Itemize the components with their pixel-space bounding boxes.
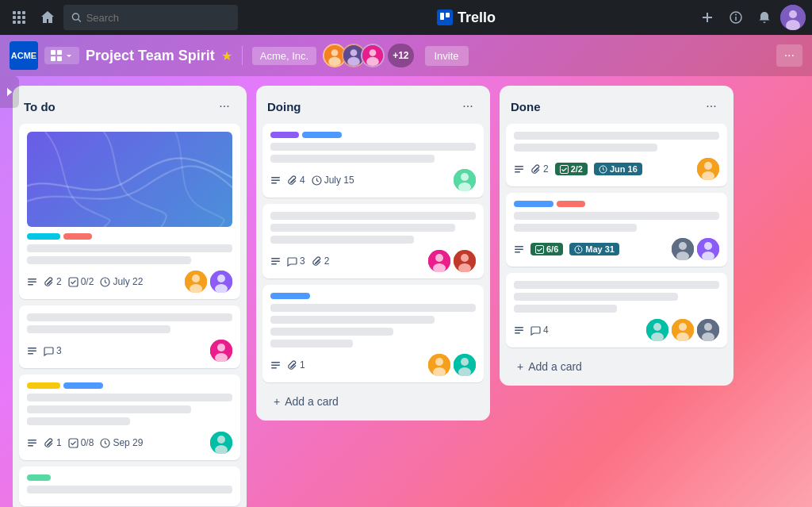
home-button[interactable] <box>35 5 60 30</box>
card-labels <box>514 201 719 207</box>
card-avatar <box>646 319 668 341</box>
svg-rect-68 <box>271 263 277 265</box>
svg-point-107 <box>653 323 661 331</box>
due-date-badge: May 31 <box>569 243 619 255</box>
doing-card-3[interactable]: 1 <box>262 285 484 382</box>
card-avatar <box>697 319 719 341</box>
comment-count: 3 <box>287 255 305 267</box>
info-button[interactable] <box>723 5 749 30</box>
description-icon <box>514 164 524 175</box>
divider <box>242 46 243 65</box>
label-blue <box>63 382 103 389</box>
todo-card-1[interactable]: 2 0/2 July 22 <box>19 124 240 299</box>
done-card-2[interactable]: 6/6 May 31 <box>506 193 727 267</box>
svg-rect-8 <box>22 21 25 24</box>
card-title <box>270 212 476 244</box>
sidebar-toggle[interactable] <box>0 76 19 108</box>
board-title: Project Team Spirit <box>86 48 215 64</box>
todo-card-3[interactable]: 1 0/8 Sep 29 <box>19 374 240 460</box>
description-icon <box>27 438 37 448</box>
board-view-button[interactable] <box>44 47 79 64</box>
card-title <box>270 304 476 348</box>
svg-rect-2 <box>22 11 25 14</box>
search-input[interactable] <box>86 12 230 24</box>
doing-card-1[interactable]: 4 July 15 <box>262 124 484 198</box>
card-meta: 6/6 May 31 <box>514 238 719 260</box>
svg-point-19 <box>789 10 797 18</box>
done-list-menu[interactable]: ··· <box>700 95 722 117</box>
label-blue <box>514 201 553 207</box>
svg-point-82 <box>461 358 469 366</box>
done-card-1[interactable]: 2 2/2 Jun 16 <box>506 124 727 186</box>
svg-rect-77 <box>271 367 277 369</box>
description-icon <box>270 360 281 371</box>
search-bar[interactable] <box>63 5 238 30</box>
svg-point-79 <box>435 358 443 366</box>
text-line <box>514 224 637 232</box>
text-line <box>27 405 191 413</box>
card-meta: 1 0/8 Sep 29 <box>27 432 232 454</box>
svg-point-110 <box>679 323 687 331</box>
text-line <box>27 244 232 252</box>
doing-add-card[interactable]: + Add a card <box>262 389 484 417</box>
svg-point-30 <box>347 57 360 67</box>
todo-card-2[interactable]: 3 <box>19 305 240 368</box>
star-button[interactable]: ★ <box>221 48 232 63</box>
card-labels <box>27 233 232 240</box>
checklist-count: 0/8 <box>68 437 94 448</box>
todo-list-menu[interactable]: ··· <box>213 95 236 117</box>
done-card-3[interactable]: 4 <box>506 273 727 348</box>
card-meta: 4 <box>514 319 719 341</box>
workspace-button[interactable]: Acme, Inc. <box>252 47 316 65</box>
nav-actions <box>695 5 806 30</box>
svg-rect-86 <box>515 171 520 173</box>
text-line <box>270 304 476 312</box>
card-avatars <box>454 169 476 191</box>
svg-rect-37 <box>69 278 78 286</box>
invite-button[interactable]: Invite <box>425 46 469 66</box>
description-icon <box>514 325 524 336</box>
todo-list-title: To do <box>24 100 56 113</box>
svg-point-27 <box>328 57 341 67</box>
text-line <box>514 281 719 289</box>
done-add-card[interactable]: + Add a card <box>506 354 727 382</box>
card-meta: 2 2/2 Jun 16 <box>514 158 719 180</box>
text-line <box>27 417 130 425</box>
doing-card-2[interactable]: 3 2 <box>262 204 484 278</box>
card-avatar <box>210 432 232 454</box>
add-button[interactable] <box>695 5 720 30</box>
text-line <box>270 224 455 232</box>
svg-point-32 <box>370 49 377 56</box>
todo-card-4[interactable] <box>19 467 240 506</box>
card-avatars <box>672 238 719 260</box>
member-avatar-3[interactable] <box>361 44 385 67</box>
svg-point-98 <box>679 242 687 250</box>
comment-count: 3 <box>44 345 62 356</box>
text-line <box>514 144 657 152</box>
card-avatar <box>185 271 207 293</box>
svg-rect-47 <box>28 353 33 355</box>
doing-list-menu[interactable]: ··· <box>457 95 479 117</box>
user-avatar[interactable] <box>780 5 806 30</box>
top-navigation: Trello <box>0 0 812 35</box>
add-card-label: Add a card <box>528 360 582 373</box>
member-count[interactable]: +12 <box>388 44 413 67</box>
card-avatar <box>454 354 476 376</box>
svg-point-113 <box>704 323 712 331</box>
svg-rect-85 <box>515 168 523 170</box>
card-avatar <box>672 238 694 260</box>
svg-point-26 <box>331 49 339 56</box>
card-avatar <box>428 250 450 272</box>
notification-button[interactable] <box>752 5 777 30</box>
text-line <box>514 212 719 220</box>
svg-rect-46 <box>28 350 36 351</box>
card-meta: 2 0/2 July 22 <box>27 271 232 293</box>
text-line <box>270 316 435 324</box>
svg-point-49 <box>217 344 225 351</box>
grid-menu-button[interactable] <box>6 5 32 30</box>
svg-rect-92 <box>515 246 523 248</box>
svg-rect-76 <box>271 364 280 366</box>
svg-point-17 <box>735 14 737 16</box>
more-options-button[interactable]: ··· <box>776 44 802 67</box>
todo-list-header: To do ··· <box>13 86 247 124</box>
